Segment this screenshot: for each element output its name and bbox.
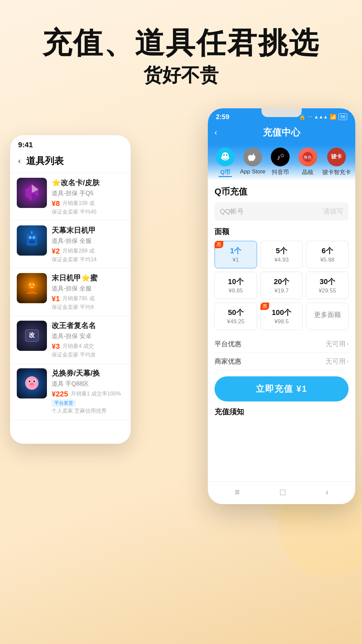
denom-count: 30个: [310, 277, 345, 287]
qq-account-row[interactable]: QQ帐号 请填写: [215, 202, 349, 221]
douyin-tab-label: 抖音币: [272, 168, 289, 176]
charge-button[interactable]: 立即充值 ¥1: [215, 376, 349, 401]
denom-count: 6个: [310, 246, 345, 256]
denom-item-10[interactable]: 10个 ¥9.85: [215, 272, 257, 299]
tool-image: [17, 178, 47, 208]
phone-notch: [261, 108, 302, 117]
qq-tab-icon: [216, 148, 235, 166]
svg-point-24: [221, 156, 223, 159]
denom-item-more[interactable]: 更多面额: [306, 303, 349, 330]
tool-desc: 道具-担保 全服: [52, 284, 124, 292]
denom-count: 50个: [218, 308, 253, 318]
tab-active-indicator: [219, 176, 232, 177]
tool-item[interactable]: ⭐改名卡/皮肤 道具-担保 手Q5 ¥8 月销量109 成 保证金卖家 平均45: [10, 173, 131, 221]
platform-tag: 平台发货: [52, 399, 76, 407]
bottom-nav: ≡ □ ‹: [208, 481, 355, 504]
chevron-right-icon-2: ›: [347, 358, 349, 364]
tab-item-qq[interactable]: Q币: [213, 148, 237, 180]
svg-point-10: [29, 284, 31, 285]
menu-dots: ···: [308, 114, 312, 120]
wifi-icon: 📶: [330, 114, 337, 120]
svg-point-8: [31, 231, 33, 232]
platform-discount-row[interactable]: 平台优惠 无可用 ›: [215, 335, 349, 353]
status-time: 2:59: [216, 113, 229, 121]
tool-item[interactable]: 改 改王者复名名 道具-担保 安卓 ¥3 月销量4 成交 保证金卖家 平均发: [10, 316, 131, 364]
svg-point-28: [281, 154, 284, 157]
tool-image: [17, 225, 47, 256]
douyin-logo: ♪: [275, 152, 286, 162]
jinghe-logo: 角色: [302, 151, 314, 163]
tool-item[interactable]: 天幕末日机甲 道具-担保 全服 ¥2 月销量289 成 保证金卖家 平均14: [10, 221, 131, 268]
tab-item-jinghe[interactable]: 角色 晶核: [296, 148, 320, 180]
douyin-tab-icon: ♪: [271, 148, 290, 166]
tool-sales: 月销量1 成交率100%: [71, 390, 121, 397]
svg-rect-3: [27, 234, 37, 246]
status-time-left: 9:41: [18, 141, 33, 149]
denom-price: ¥98.5: [264, 318, 299, 325]
tool-desc: 道具-担保 全服: [52, 237, 124, 245]
main-title: 充值、道具任君挑选: [0, 27, 362, 59]
svg-rect-6: [29, 240, 35, 243]
signal-icon: ▲▲▲: [314, 114, 328, 119]
merchant-discount-row[interactable]: 商家优惠 无可用 ›: [215, 353, 349, 370]
back-button-right[interactable]: ‹: [215, 128, 217, 137]
tool-seller: 保证金卖家 平均发: [52, 352, 124, 359]
input-placeholder: 请填写: [323, 207, 343, 216]
svg-point-23: [226, 154, 228, 156]
tab-item-douyin[interactable]: ♪ 抖音币: [268, 148, 292, 180]
left-phone-status: 9:41: [10, 135, 131, 152]
input-label: QQ帐号: [220, 207, 323, 216]
denom-item-6[interactable]: 6个 ¥5.98: [306, 241, 349, 268]
svg-text:♪: ♪: [277, 153, 281, 161]
denom-item-30[interactable]: 30个 ¥29.55: [306, 272, 349, 299]
platform-discount-value: 无可用 ›: [325, 339, 349, 348]
denom-price: ¥49.25: [218, 318, 253, 325]
jinghe-tab-icon: 角色: [298, 148, 317, 166]
top-bar-title: 充值中心: [263, 126, 300, 139]
tool-desc: 道具-担保 手Q5: [52, 189, 124, 197]
tab-item-appstore[interactable]: App Store: [241, 148, 265, 180]
denom-item-100[interactable]: 100个 ¥98.5: [260, 303, 303, 330]
chevron-right-icon: ›: [347, 341, 349, 347]
header-section: 充值、道具任君挑选 货好不贵: [0, 0, 362, 102]
nav-back-icon[interactable]: ‹: [325, 487, 328, 497]
section-title: Q币充值: [215, 186, 349, 198]
tool-seller: 保证金卖家 平均14: [52, 256, 124, 263]
tool-desc: 道具 手Q88区: [52, 380, 124, 388]
nav-home-icon[interactable]: □: [280, 487, 285, 497]
apple-logo: [247, 152, 258, 162]
denom-count: 5个: [264, 246, 299, 256]
denom-price: ¥1: [218, 257, 253, 263]
svg-point-18: [33, 380, 35, 382]
denom-more-label: 更多面额: [310, 308, 345, 319]
denom-item-5[interactable]: 5个 ¥4.93: [260, 241, 303, 268]
tool-name: 天幕末日机甲: [52, 225, 124, 235]
denom-count: 20个: [264, 277, 299, 287]
tabs-scroll: Q币 App Store: [208, 148, 355, 180]
tool-sales: 月销量289 成: [62, 248, 94, 255]
content-area: Q币充值 QQ帐号 请填写 面额 1个 ¥1 5个: [208, 180, 355, 481]
tool-image: [17, 368, 47, 398]
denom-item-1[interactable]: 1个 ¥1: [215, 241, 257, 268]
svg-point-22: [223, 154, 225, 156]
tool-image: [17, 273, 47, 303]
svg-rect-4: [29, 236, 32, 239]
denom-count: 100个: [264, 308, 299, 318]
left-phone: 9:41 ‹ 道具列表 ⭐改名卡/皮: [10, 135, 131, 444]
tool-item[interactable]: 兑换券/天幕/换 道具 手Q88区 ¥225 月销量1 成交率100% 平台发货…: [10, 364, 131, 420]
right-phone: 2:59 🔒 ··· ▲▲▲ 📶 66 ‹ 充值中心: [208, 108, 355, 504]
top-bar: ‹ 充值中心: [208, 123, 355, 144]
qq-tab-label: Q币: [220, 168, 230, 176]
denom-item-20[interactable]: 20个 ¥19.7: [260, 272, 303, 299]
tool-image: 改: [17, 321, 47, 351]
tool-price: ¥3: [52, 342, 60, 351]
tool-sales: 月销量109 成: [62, 200, 94, 207]
back-button-left[interactable]: ‹: [18, 156, 21, 166]
tool-seller: 保证金卖家 平均9: [52, 304, 124, 311]
svg-point-20: [31, 378, 33, 381]
platform-discount-label: 平台优惠: [215, 339, 241, 348]
denom-item-50[interactable]: 50个 ¥49.25: [215, 303, 257, 330]
tab-item-junka[interactable]: 骏卡 骏卡智充卡: [323, 148, 350, 180]
tool-item[interactable]: 末日机甲⭐蜜 道具-担保 全服 ¥1 月销量785 成 保证金卖家 平均9: [10, 268, 131, 316]
nav-menu-icon[interactable]: ≡: [235, 487, 240, 497]
